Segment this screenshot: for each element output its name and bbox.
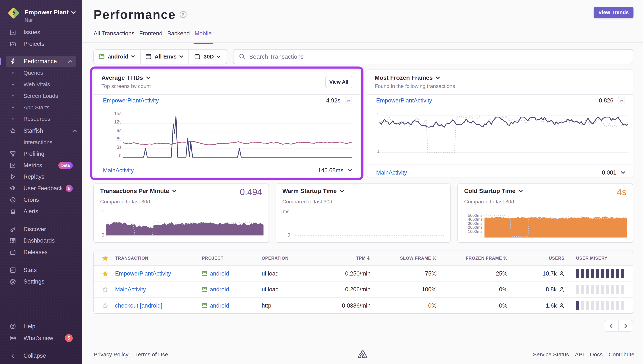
svg-text:?: ?: [182, 12, 185, 17]
